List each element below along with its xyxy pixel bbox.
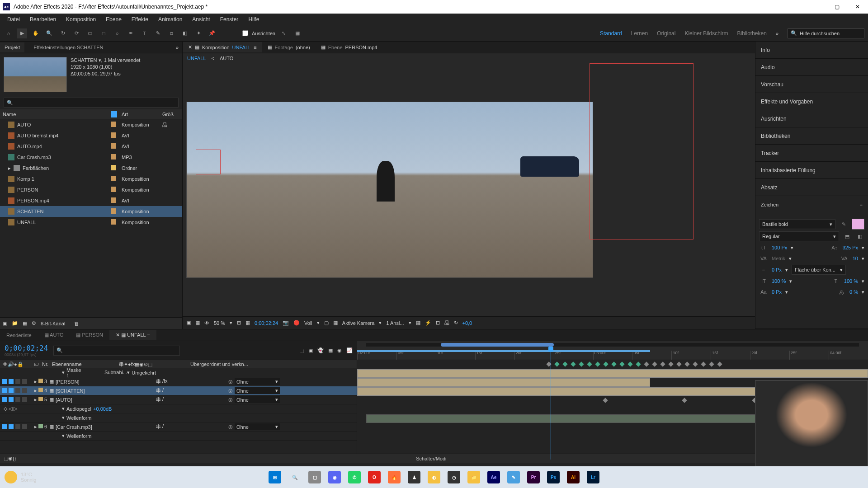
panel-audio[interactable]: Audio	[755, 59, 868, 76]
maximize-button[interactable]: ▢	[826, 0, 847, 14]
stroke-mode-select[interactable]: Fläche über Kon...▾	[792, 265, 846, 275]
project-item[interactable]: Komp 1Komposition	[0, 174, 182, 184]
timeline-layer[interactable]: ▾ Wellenform	[0, 413, 357, 422]
stamp-tool[interactable]: ⧈	[166, 28, 176, 38]
zoom-tool[interactable]: 🔍	[44, 28, 54, 38]
viewer-tab[interactable]: ✕ ▦ Komposition UNFALL ≡	[183, 42, 262, 52]
trash-icon[interactable]: 🗑	[74, 321, 79, 326]
text-tool[interactable]: T	[139, 28, 149, 38]
frame-blend-icon[interactable]: ▦	[328, 347, 333, 353]
taskbar-app[interactable]: Ps	[544, 468, 562, 486]
adjust-icon[interactable]: ⚙	[32, 320, 36, 326]
taskbar-app[interactable]: Ai	[564, 468, 582, 486]
close-button[interactable]: ✕	[847, 0, 868, 14]
panel-info[interactable]: Info	[755, 42, 868, 59]
fill-color-swatch[interactable]	[852, 219, 864, 230]
workspace-lernen[interactable]: Lernen	[631, 30, 648, 37]
comp-mini-flowchart-icon[interactable]: ⬚	[299, 347, 304, 353]
timeline-layer[interactable]: ▸ 4▦ [SCHATTEN]串/◎Ohne▾	[0, 386, 357, 395]
channels-icon[interactable]: 🔴	[293, 320, 300, 326]
roi-icon[interactable]: ▢	[324, 320, 329, 326]
viewer-tab[interactable]: ▦ Footage (ohne)	[262, 42, 316, 52]
home-icon[interactable]: ⌂	[4, 28, 14, 38]
panel-menu-icon[interactable]: »	[172, 45, 182, 50]
taskbar-app[interactable]: 🔍	[286, 468, 304, 486]
taskbar-app[interactable]: Pr	[524, 468, 542, 486]
timeline-search[interactable]: 🔍	[53, 346, 180, 356]
menu-bearbeiten[interactable]: Bearbeiten	[25, 14, 61, 24]
help-search[interactable]: 🔍Hilfe durchsuchen	[788, 28, 864, 38]
panel-ausrichten[interactable]: Ausrichten	[755, 110, 868, 127]
menu-fenster[interactable]: Fenster	[216, 14, 243, 24]
work-area[interactable]	[357, 350, 650, 352]
timeline-layer[interactable]: ▸ 5▦ [AUTO]串/◎Ohne▾	[0, 395, 357, 404]
taskbar-app[interactable]: ◷	[445, 468, 463, 486]
menu-animation[interactable]: Animation	[154, 14, 187, 24]
menu-ansicht[interactable]: Ansicht	[188, 14, 214, 24]
grid-icon[interactable]: ▦	[292, 28, 302, 38]
menu-effekte[interactable]: Effekte	[127, 14, 153, 24]
taskbar-app[interactable]: ✎	[505, 468, 523, 486]
snap-icon[interactable]: ⤡	[279, 28, 289, 38]
menu-komposition[interactable]: Komposition	[61, 14, 100, 24]
taskbar-app[interactable]: ◐	[425, 468, 443, 486]
time-ruler[interactable]: 02:00f05f10f15f20f25f03:00f05f10f15f20f2…	[357, 341, 868, 360]
panel-effekte-und-vorgaben[interactable]: Effekte und Vorgaben	[755, 93, 868, 110]
brush-tool[interactable]: ✎	[153, 28, 163, 38]
taskbar-app[interactable]: ♟	[405, 468, 423, 486]
comp-icon[interactable]: ▦	[23, 320, 27, 326]
toggle-switches-icon[interactable]: ⬚	[4, 455, 8, 461]
motion-blur-icon[interactable]: ◉	[337, 347, 342, 353]
panel-absatz[interactable]: Absatz	[755, 179, 868, 196]
always-preview-icon[interactable]: ▣	[186, 320, 191, 326]
taskbar-app[interactable]: Ae	[485, 468, 503, 486]
mask-outline[interactable]	[196, 150, 221, 174]
timeline-layer[interactable]: ▸ 3▦ [PERSON]串/fx◎Ohne▾	[0, 377, 357, 386]
braces-icon[interactable]: {}	[13, 456, 16, 461]
timeline-layer[interactable]: ▾ Wellenform	[0, 432, 357, 441]
taskbar-app[interactable]: ⊞	[266, 468, 284, 486]
workspace-kleiner bildschirm[interactable]: Kleiner Bildschirm	[684, 30, 728, 37]
workspace-standard[interactable]: Standard	[600, 30, 622, 37]
font-family-select[interactable]: Bastile bold▾	[759, 219, 835, 229]
playhead[interactable]	[551, 347, 551, 460]
minimize-button[interactable]: —	[806, 0, 826, 14]
fast-preview-icon[interactable]: ⚡	[425, 320, 431, 326]
project-item[interactable]: AUTO bremst.mp4AVI	[0, 130, 182, 141]
align-checkbox[interactable]	[242, 30, 248, 36]
timeline-tab[interactable]: ✕ ▦ UNFALL ≡	[109, 330, 156, 340]
character-panel-header[interactable]: Zeichen≡	[755, 196, 868, 213]
taskbar-app[interactable]: ✆	[345, 468, 363, 486]
puppet-tool[interactable]: 📌	[207, 28, 217, 38]
project-tab[interactable]: Projekt	[0, 42, 24, 52]
taskbar-app[interactable]: ▢	[306, 468, 324, 486]
rotate-tool[interactable]: ⟳	[71, 28, 81, 38]
viewer-tab[interactable]: ▦ Ebene PERSON.mp4	[316, 42, 383, 52]
snapshot-icon[interactable]: 📷	[283, 320, 289, 326]
pen-tool[interactable]: ✒	[126, 28, 136, 38]
project-item[interactable]: PERSONKomposition	[0, 184, 182, 195]
folder-icon[interactable]: 📁	[12, 320, 18, 326]
stroke-swap-icon[interactable]: ⬒	[843, 232, 852, 241]
draft3d-icon[interactable]: ▣	[308, 347, 313, 353]
eraser-tool[interactable]: ◧	[180, 28, 190, 38]
layer-bounds[interactable]	[590, 63, 693, 239]
mask-icon[interactable]: 👁	[204, 320, 209, 326]
project-search[interactable]: 🔍	[4, 98, 179, 108]
panel-inhaltsbasierte-füllung[interactable]: Inhaltsbasierte Füllung	[755, 162, 868, 179]
pixel-aspect-icon[interactable]: ▦	[416, 320, 420, 326]
timeline-icon[interactable]: ⊡	[436, 320, 440, 326]
reset-exp-icon[interactable]: ↻	[454, 320, 458, 326]
panel-vorschau[interactable]: Vorschau	[755, 76, 868, 93]
project-item[interactable]: UNFALLKomposition	[0, 217, 182, 228]
panel-bibliotheken[interactable]: Bibliotheken	[755, 127, 868, 145]
project-item[interactable]: PERSON.mp4AVI	[0, 195, 182, 206]
composition-viewer[interactable]	[183, 63, 755, 316]
selection-tool[interactable]: ▶	[17, 28, 27, 38]
interpret-icon[interactable]: ▣	[3, 320, 7, 326]
grid-toggle-icon[interactable]: ⊞	[237, 320, 241, 326]
rect-tool[interactable]: □	[99, 28, 108, 38]
panel-tracker[interactable]: Tracker	[755, 145, 868, 162]
project-item[interactable]: AUTOKomposition品	[0, 119, 182, 130]
ellipse-tool[interactable]: ○	[112, 28, 122, 38]
